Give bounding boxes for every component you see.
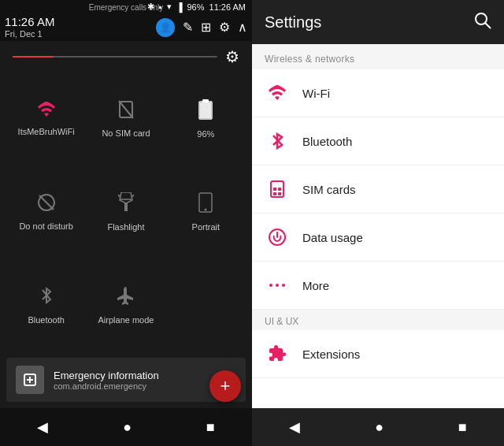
svg-line-6 [39, 195, 54, 210]
settings-item-more[interactable]: More [252, 262, 504, 310]
tile-flashlight[interactable]: Flashlight [86, 165, 165, 258]
data-label: Data usage [302, 231, 363, 244]
wifi-tile-label: ItsMeBruhWiFi [18, 127, 75, 136]
bluetooth-tile-icon [39, 285, 54, 310]
settings-header: Settings [252, 0, 504, 44]
section-uiux-header: UI & UX [252, 310, 504, 330]
clock-date: Fri, Dec 1 [5, 29, 54, 39]
wifi-tile-icon [37, 102, 56, 122]
status-wifi-icon: ▾ [167, 2, 172, 12]
edit-icon[interactable]: ✎ [183, 20, 193, 35]
svg-point-27 [282, 284, 285, 287]
left-nav-bar: ◀ ● ■ [0, 408, 252, 446]
tile-wifi[interactable]: ItsMeBruhWiFi [6, 72, 86, 165]
flashlight-tile-icon [118, 192, 134, 217]
quick-action-icons: 👤 ✎ ⊞ ⚙ ∧ [156, 18, 247, 37]
collapse-icon[interactable]: ∧ [238, 20, 247, 35]
gear-icon[interactable]: ⚙ [219, 20, 230, 35]
tile-bluetooth[interactable]: Bluetooth [6, 258, 86, 351]
status-bar: Emergency calls only ✱ ▪ ▾ ▐ 96% 11:26 A… [0, 0, 252, 13]
brightness-row[interactable]: ⚙ [0, 41, 252, 72]
status-signal-icon: ▐ [176, 2, 183, 12]
clock-time: 11:26 AM [5, 15, 54, 29]
tile-airplane[interactable]: Airplane mode [86, 258, 165, 351]
account-icon[interactable]: 👤 [156, 18, 175, 37]
sim-label: SIM cards [302, 183, 356, 196]
data-icon [265, 225, 290, 250]
quick-settings-header: 11:26 AM Fri, Dec 1 👤 ✎ ⊞ ⚙ ∧ [0, 13, 252, 41]
left-panel: Emergency calls only ✱ ▪ ▾ ▐ 96% 11:26 A… [0, 0, 252, 446]
settings-list: Wi-Fi Bluetooth SIM cards [252, 69, 504, 408]
right-recents-button[interactable]: ■ [452, 413, 473, 442]
section-wireless-header: Wireless & networks [252, 44, 504, 69]
back-button[interactable]: ◀ [31, 412, 54, 442]
brightness-fill [13, 56, 54, 58]
right-home-button[interactable]: ● [369, 413, 390, 442]
svg-rect-3 [202, 99, 209, 102]
svg-rect-23 [278, 192, 281, 195]
tile-dnd[interactable]: Do not disturb [6, 165, 86, 258]
airplane-tile-label: Airplane mode [98, 315, 154, 325]
right-back-button[interactable]: ◀ [283, 412, 306, 442]
status-battery-pct: 96% [187, 2, 204, 12]
settings-item-sim[interactable]: SIM cards [252, 165, 504, 214]
tile-battery[interactable]: 96% [166, 72, 246, 165]
sim-icon [265, 177, 290, 202]
more-label: More [302, 279, 329, 292]
svg-point-13 [205, 209, 207, 211]
svg-rect-19 [271, 181, 284, 197]
portrait-tile-icon [198, 192, 213, 217]
home-button[interactable]: ● [117, 413, 138, 442]
settings-item-bluetooth[interactable]: Bluetooth [252, 117, 504, 165]
settings-item-wifi[interactable]: Wi-Fi [252, 69, 504, 117]
recents-button[interactable]: ■ [200, 413, 221, 442]
svg-rect-21 [278, 188, 281, 191]
bluetooth-tile-label: Bluetooth [28, 315, 64, 325]
right-nav-bar: ◀ ● ■ [252, 408, 504, 446]
svg-marker-7 [120, 192, 132, 203]
sim-tile-label: No SIM card [102, 128, 150, 138]
wifi-icon [265, 80, 290, 106]
sim-tile-icon [118, 100, 134, 124]
extensions-icon [265, 341, 290, 366]
battery-tile-icon [198, 99, 213, 125]
notif-title: Emergency information [54, 370, 236, 381]
search-icon[interactable] [474, 12, 491, 33]
settings-item-data[interactable]: Data usage [252, 214, 504, 262]
svg-point-17 [476, 13, 487, 24]
wifi-label: Wi-Fi [302, 87, 330, 100]
battery-tile-label: 96% [197, 129, 214, 139]
extensions-label: Extensions [302, 348, 360, 361]
status-bluetooth-icon: ✱ [147, 2, 154, 12]
airplane-tile-icon [116, 285, 136, 310]
bluetooth-icon [265, 128, 290, 154]
settings-title: Settings [265, 13, 321, 32]
brightness-icon: ⚙ [225, 47, 239, 66]
tile-portrait[interactable]: Portrait [166, 165, 246, 258]
dnd-tile-icon [37, 193, 56, 217]
tile-sim[interactable]: No SIM card [86, 72, 165, 165]
more-icon [265, 273, 290, 298]
svg-rect-8 [124, 203, 128, 211]
right-panel: Settings Wireless & networks Wi-Fi [252, 0, 504, 446]
notif-icon [16, 366, 44, 394]
flashlight-tile-label: Flashlight [107, 222, 144, 232]
portrait-tile-label: Portrait [192, 222, 220, 232]
status-time: 11:26 AM [209, 2, 246, 12]
status-battery-icon: ▪ [159, 2, 162, 12]
svg-line-1 [119, 101, 133, 118]
bluetooth-label: Bluetooth [302, 135, 352, 148]
fab-icon: + [220, 376, 231, 396]
fab-button[interactable]: + [209, 370, 241, 402]
svg-rect-20 [273, 188, 276, 191]
time-block: 11:26 AM Fri, Dec 1 [5, 15, 54, 39]
settings-item-extensions[interactable]: Extensions [252, 330, 504, 378]
quick-tiles-grid: ItsMeBruhWiFi No SIM card 96% [0, 72, 252, 351]
tiles-icon[interactable]: ⊞ [201, 20, 211, 35]
svg-line-18 [485, 23, 491, 28]
svg-point-25 [269, 284, 272, 287]
dnd-tile-label: Do not disturb [19, 221, 72, 231]
brightness-slider[interactable] [13, 56, 217, 58]
svg-rect-4 [200, 102, 211, 118]
svg-point-26 [276, 284, 279, 287]
